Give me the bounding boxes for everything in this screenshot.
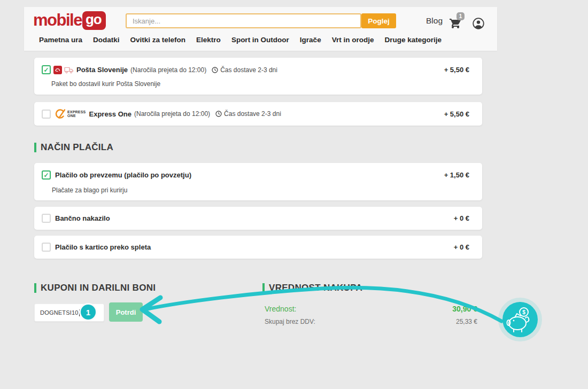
payment-option-row: Plačilo s kartico preko spleta + 0 €: [34, 236, 482, 259]
payment-heading-text: NAČIN PLAČILA: [41, 142, 113, 153]
dollar-sign: $: [522, 309, 525, 315]
logo-text-mobile: mobile: [33, 11, 82, 30]
blog-link[interactable]: Blog: [426, 16, 443, 26]
nav-item-ovitki-za-telefon[interactable]: Ovitki za telefon: [130, 36, 186, 44]
express-one-logo-icon: [54, 108, 66, 120]
nav-item-elektro[interactable]: Elektro: [196, 36, 221, 44]
shipping-delivery-text: Čas dostave 2-3 dni: [220, 66, 277, 74]
payment-option-row: Bančno nakazilo + 0 €: [34, 207, 482, 230]
summary-label: Skupaj brez DDV:: [265, 318, 315, 325]
nav-item-vrt-in-orodje[interactable]: Vrt in orodje: [332, 36, 374, 44]
user-icon: [472, 17, 485, 30]
shipping-delivery: Čas dostave 2-3 dni: [212, 66, 277, 74]
piggy-bank-icon: $: [498, 298, 542, 341]
payment-description: Plačate za blago pri kurirju: [52, 186, 127, 194]
express-logo-line1: EXPRESS: [67, 110, 86, 114]
payment-title: Bančno nakazilo: [55, 214, 110, 222]
shipping-note: (Naročila prejeta do 12:00): [134, 110, 210, 118]
summary-row-net: Skupaj brez DDV: 25,33 €: [265, 318, 477, 325]
checkout-page: mobile go Poglej Blog 1 Pametna ura Doda…: [0, 0, 588, 389]
heading-accent-bar: [34, 143, 36, 152]
step-1-badge: 1: [79, 303, 97, 321]
payment-price: + 1,50 €: [444, 171, 469, 179]
shipping-price: + 5,50 €: [444, 110, 469, 118]
shipping-option-posta[interactable]: ✓ Pošta Slovenije (Naročila prejeta do 1…: [34, 58, 482, 95]
shipping-price: + 5,50 €: [444, 66, 469, 74]
header: mobile go Poglej Blog 1 Pametna ura Doda…: [24, 7, 497, 51]
payment-title: Plačilo s kartico preko spleta: [55, 243, 151, 251]
shipping-note: (Naročila prejeta do 12:00): [130, 66, 206, 74]
nav-item-pametna-ura[interactable]: Pametna ura: [39, 36, 82, 44]
payment-option-row: ✓ Plačilo ob prevzemu (plačilo po povzet…: [42, 170, 469, 180]
payment-option-card-online[interactable]: Plačilo s kartico preko spleta + 0 €: [34, 236, 482, 259]
shipping-delivery-text: Čas dostave 2-3 dni: [224, 110, 281, 118]
nav-item-igrace[interactable]: Igrače: [300, 36, 321, 44]
checkmark-icon: ✓: [43, 67, 49, 73]
shipping-option-row: ✓ Pošta Slovenije (Naročila prejeta do 1…: [42, 65, 469, 74]
search-input[interactable]: [126, 13, 361, 28]
nav-item-sport-in-outdoor[interactable]: Sport in Outdoor: [231, 36, 289, 44]
payment-price: + 0 €: [454, 214, 469, 222]
posta-slovenije-logo-icon: [53, 66, 62, 74]
shipping-option-row: EXPRESS ONE Express One (Naročila prejet…: [34, 102, 482, 126]
coupon-section-heading: KUPONI IN DARILNI BONI: [34, 283, 156, 293]
shipping-description: Paket bo dostavil kurir Pošta Slovenije: [51, 80, 160, 88]
cart-button[interactable]: 1: [449, 17, 466, 33]
shipping-title: Express One: [89, 110, 131, 118]
summary-section-heading: VREDNOST NAKUPA: [262, 283, 362, 293]
checkmark-icon: ✓: [43, 172, 49, 178]
summary-heading-text: VREDNOST NAKUPA: [269, 283, 362, 293]
checkbox-express-unchecked[interactable]: [42, 110, 51, 119]
payment-price: + 0 €: [454, 243, 469, 251]
express-logo-line2: ONE: [67, 114, 76, 118]
main-nav: Pametna ura Dodatki Ovitki za telefon El…: [39, 36, 442, 44]
site-logo[interactable]: mobile go: [33, 11, 106, 30]
checkbox-card-unchecked[interactable]: [42, 243, 51, 252]
nav-item-druge-kategorije[interactable]: Druge kategorije: [384, 36, 442, 44]
payment-option-cod[interactable]: ✓ Plačilo ob prevzemu (plačilo po povzet…: [34, 163, 482, 200]
summary-value: 25,33 €: [456, 318, 477, 325]
express-one-logo-text: EXPRESS ONE: [67, 110, 86, 118]
summary-row-value: Vrednost: 30,90 €: [265, 305, 477, 313]
cart-badge: 1: [457, 12, 465, 20]
coupon-code-value: DOGNETSI10: [40, 309, 79, 316]
coupon-heading-text: KUPONI IN DARILNI BONI: [41, 283, 156, 293]
annotation-arrowhead: [142, 298, 160, 322]
heading-accent-bar: [262, 283, 265, 293]
shipping-delivery: Čas dostave 2-3 dni: [215, 110, 281, 118]
delivery-truck-icon: [64, 66, 74, 74]
logo-text-go: go: [82, 11, 106, 30]
account-button[interactable]: [472, 17, 485, 30]
checkbox-bank-unchecked[interactable]: [42, 214, 51, 223]
search-button[interactable]: Poglej: [361, 13, 396, 28]
heading-accent-bar: [34, 283, 36, 293]
clock-icon: [215, 111, 222, 117]
coupon-confirm-button[interactable]: Potrdi: [109, 302, 143, 322]
payment-option-bank-transfer[interactable]: Bančno nakazilo + 0 €: [34, 207, 482, 230]
clock-icon: [212, 67, 218, 73]
shipping-option-express-one[interactable]: EXPRESS ONE Express One (Naročila prejet…: [34, 102, 482, 126]
shipping-title: Pošta Slovenije: [76, 66, 128, 74]
nav-item-dodatki[interactable]: Dodatki: [93, 36, 120, 44]
checkbox-posta-checked[interactable]: ✓: [42, 65, 51, 74]
summary-label: Vrednost:: [265, 305, 296, 313]
summary-value: 30,90 €: [452, 305, 477, 313]
payment-section-heading: NAČIN PLAČILA: [34, 142, 113, 153]
payment-title: Plačilo ob prevzemu (plačilo po povzetju…: [55, 171, 191, 179]
checkbox-cod-checked[interactable]: ✓: [42, 170, 51, 180]
